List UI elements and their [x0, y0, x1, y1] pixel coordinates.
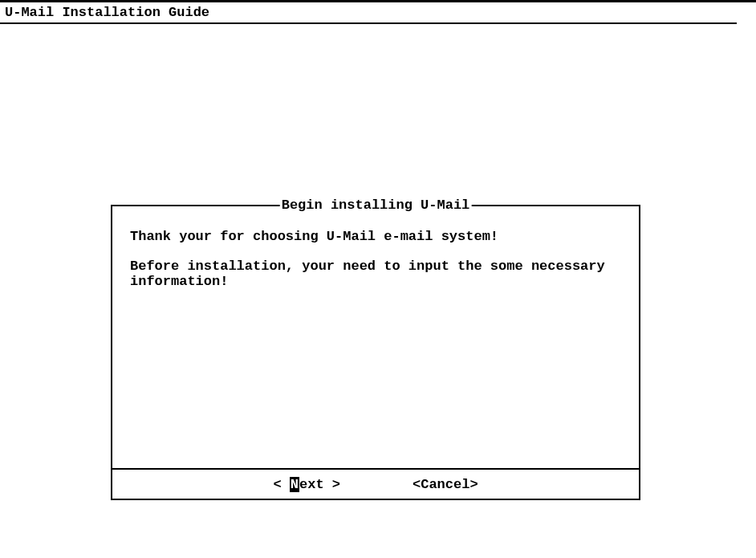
- dialog-box: Begin installing U-Mail Thank your for c…: [111, 205, 640, 470]
- next-button-hotkey: N: [290, 477, 299, 492]
- dialog-title: Begin installing U-Mail: [280, 198, 472, 213]
- next-button-rest: ext >: [299, 477, 340, 492]
- page-title: U-Mail Installation Guide: [0, 2, 756, 22]
- title-underline: [0, 22, 737, 24]
- button-bar: < Next > <Cancel>: [111, 468, 640, 500]
- next-button-prefix: <: [273, 477, 289, 492]
- dialog-text-line2: Before installation, your need to input …: [130, 259, 621, 290]
- dialog-wrapper: Begin installing U-Mail Thank your for c…: [111, 205, 640, 500]
- dialog-content: Thank your for choosing U-Mail e-mail sy…: [112, 206, 639, 290]
- next-button[interactable]: < Next >: [273, 477, 340, 492]
- dialog-text-line1: Thank your for choosing U-Mail e-mail sy…: [130, 229, 621, 245]
- cancel-button[interactable]: <Cancel>: [413, 477, 478, 492]
